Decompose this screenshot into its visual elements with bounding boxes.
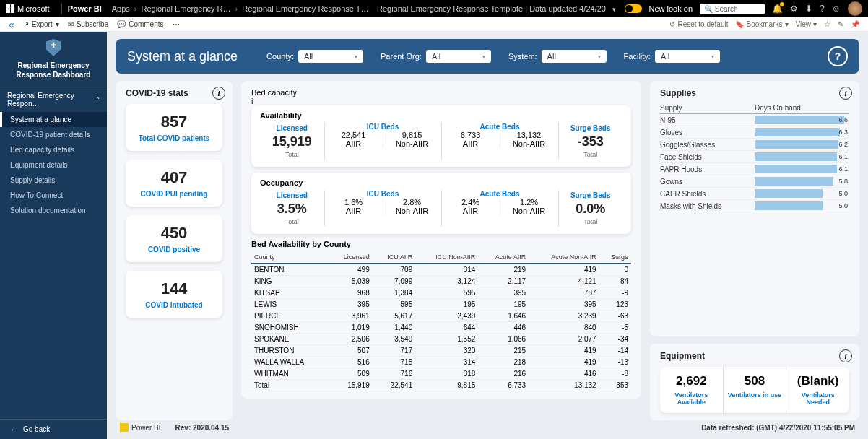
table-header[interactable]: County: [251, 251, 329, 264]
supply-row[interactable]: PAPR Hoods6.1: [660, 163, 849, 175]
table-header[interactable]: Acute AIIR: [478, 251, 529, 264]
collapse-pane-icon[interactable]: «: [9, 19, 14, 30]
sidebar-item-bed-capacity-details[interactable]: Bed capacity details: [0, 142, 107, 157]
supply-row[interactable]: Masks with Shields5.0: [660, 200, 849, 212]
filter-dropdown[interactable]: All▾: [298, 50, 363, 63]
settings-icon[interactable]: ⚙: [790, 4, 798, 14]
table-header[interactable]: Licensed: [329, 251, 373, 264]
crumb-apps[interactable]: Apps: [112, 4, 130, 13]
stat-label: Total COVID patients: [134, 134, 214, 142]
filter-dropdown[interactable]: All▾: [655, 50, 720, 63]
page-help-icon[interactable]: ?: [828, 46, 848, 66]
county-data-table[interactable]: CountyLicensedICU AIIRICU Non-AIIRAcute …: [251, 251, 631, 391]
table-row[interactable]: THURSTON507717320215419-14: [251, 344, 631, 356]
supply-name: PAPR Hoods: [660, 165, 755, 173]
table-row[interactable]: WHITMAN509716318216416-8: [251, 368, 631, 379]
sidebar-item-equipment-details[interactable]: Equipment details: [0, 157, 107, 173]
equipment-label: Ventilators Available: [663, 391, 720, 406]
county-table: Bed Availability by County CountyLicense…: [251, 240, 631, 391]
notifications-icon[interactable]: 🔔: [772, 4, 783, 14]
stat-tile[interactable]: 144COVID Intubated: [126, 271, 222, 318]
download-icon[interactable]: ⬇: [805, 4, 812, 14]
table-header[interactable]: Surge: [599, 251, 631, 264]
stat-tile[interactable]: 407COVID PUI pending: [126, 160, 222, 207]
table-row[interactable]: PIERCE3,9615,6172,4391,6463,239-63: [251, 310, 631, 321]
supply-row[interactable]: Gowns5.8: [660, 175, 849, 188]
go-back-button[interactable]: ← Go back: [0, 419, 107, 439]
chevron-right-icon: ›: [134, 4, 137, 13]
help-icon[interactable]: ?: [820, 4, 825, 14]
occupancy-block: Occupancy Licensed3.5%Total ICU Beds1.6%…: [251, 173, 631, 234]
supply-row[interactable]: Face Shields6.1: [660, 151, 849, 163]
product-label[interactable]: Power BI: [68, 4, 102, 13]
filter-county: County:All▾: [266, 50, 363, 63]
avatar[interactable]: [848, 1, 862, 16]
availability-title: Availability: [260, 111, 622, 120]
sidebar-section[interactable]: Regional Emergency Respon… ˄: [0, 87, 107, 112]
info-icon[interactable]: i: [212, 87, 225, 100]
filter-dropdown[interactable]: All▾: [542, 50, 607, 63]
table-row[interactable]: KITSAP9681,384595395787-9: [251, 287, 631, 298]
table-row[interactable]: WALLA WALLA516715314218419-13: [251, 356, 631, 368]
crumb-report[interactable]: Regional Emergency Response T…: [242, 4, 368, 13]
sidebar-item-supply-details[interactable]: Supply details: [0, 173, 107, 188]
table-row[interactable]: BENTON4997093142194190: [251, 264, 631, 276]
table-header[interactable]: ICU Non-AIIR: [415, 251, 478, 264]
supply-name: Gowns: [660, 178, 755, 186]
report-title-center[interactable]: Regional Emergency Response Template | D…: [369, 4, 625, 13]
ms-label: Microsoft: [17, 4, 50, 13]
info-icon[interactable]: i: [251, 97, 631, 105]
sidebar-item-solution-documentation[interactable]: Solution documentation: [0, 203, 107, 218]
sidebar-item-system-at-a-glance[interactable]: System at a glance: [0, 112, 107, 127]
info-icon[interactable]: i: [839, 349, 852, 362]
supply-row[interactable]: N-956.6: [660, 114, 849, 126]
search-input[interactable]: 🔍 Search: [700, 4, 765, 14]
divider: [61, 4, 62, 14]
stat-tile[interactable]: 450COVID positive: [126, 215, 222, 262]
supply-row[interactable]: CAPR Shields5.0: [660, 188, 849, 200]
comments-button[interactable]: 💬 Comments: [117, 20, 163, 28]
filter-dropdown[interactable]: All▾: [426, 50, 491, 63]
table-header[interactable]: ICU AIIR: [373, 251, 415, 264]
supply-value: 6.1: [838, 165, 848, 173]
reset-default-button[interactable]: ↺ Reset to default: [669, 20, 728, 28]
table-row[interactable]: KING5,0397,0993,1242,1174,121-84: [251, 275, 631, 287]
icu-aiir-value: 22,541: [325, 131, 383, 139]
stat-label: COVID Intubated: [134, 301, 214, 309]
more-icon[interactable]: ⋯: [173, 20, 180, 28]
equipment-cell[interactable]: 508Ventilators in use: [723, 367, 786, 413]
pin-icon[interactable]: 📌: [851, 20, 859, 28]
equipment-label: Ventilators in use: [726, 391, 784, 399]
filter-facility: Facility:All▾: [624, 50, 720, 63]
new-look-toggle[interactable]: [625, 4, 642, 13]
table-total-row[interactable]: Total15,91922,5419,8156,73313,132-353: [251, 379, 631, 391]
supply-bar: [755, 152, 837, 161]
sidebar-item-covid-19-patient-details[interactable]: COVID-19 patient details: [0, 127, 107, 142]
supply-row[interactable]: Gloves6.3: [660, 126, 849, 139]
table-row[interactable]: SPOKANE2,5063,5491,5521,0662,077-34: [251, 333, 631, 344]
table-row[interactable]: LEWIS395595195195395-123: [251, 298, 631, 310]
view-button[interactable]: View ▾: [796, 20, 817, 28]
equipment-cell[interactable]: (Blank)Ventilators Needed: [786, 367, 849, 413]
sub-total: Total: [562, 218, 620, 225]
covid-stats-title: COVID-19 stats: [126, 88, 222, 98]
favorite-icon[interactable]: ☆: [824, 20, 830, 28]
acute-label: Acute Beds: [442, 190, 558, 198]
supply-row[interactable]: Goggles/Glasses6.2: [660, 139, 849, 151]
bookmarks-button[interactable]: 🔖 Bookmarks ▾: [735, 20, 788, 28]
crumb-app[interactable]: Regional Emergency R…: [141, 4, 230, 13]
table-row[interactable]: SNOHOMISH1,0191,440644446840-5: [251, 321, 631, 333]
icu-aiir-occ: 1.6%: [325, 198, 383, 207]
chevron-down-icon: ▾: [355, 53, 357, 60]
table-header[interactable]: Acute Non-AIIR: [529, 251, 599, 264]
waffle-menu[interactable]: Microsoft: [6, 4, 50, 13]
feedback-icon[interactable]: ☺: [832, 4, 841, 14]
export-button[interactable]: ↗ Export ▾: [23, 20, 59, 28]
sidebar-item-how-to-connect[interactable]: How To Connect: [0, 188, 107, 203]
info-icon[interactable]: i: [839, 87, 852, 100]
global-top-bar: Microsoft Power BI Apps › Regional Emerg…: [0, 0, 868, 17]
equipment-cell[interactable]: 2,692Ventilators Available: [660, 367, 723, 413]
edit-icon[interactable]: ✎: [838, 20, 843, 28]
subscribe-button[interactable]: ✉ Subscribe: [68, 20, 108, 28]
stat-tile[interactable]: 857Total COVID patients: [126, 104, 222, 151]
